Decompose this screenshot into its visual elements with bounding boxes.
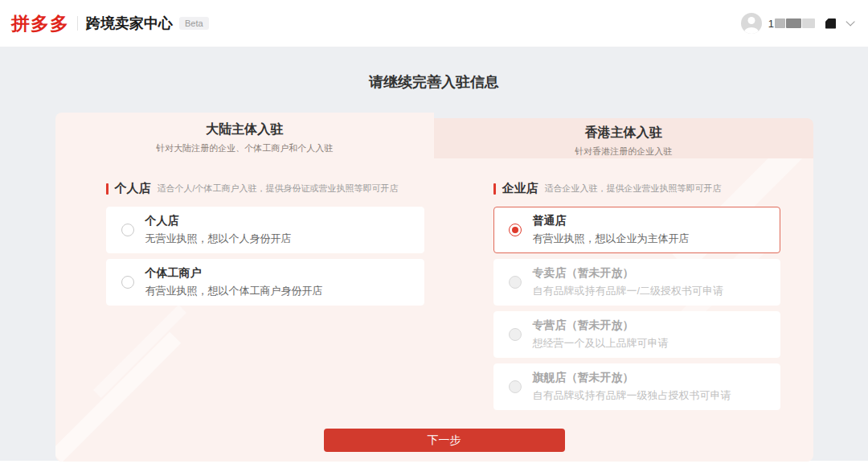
- option-ordinary-store[interactable]: 普通店 有营业执照，想以企业为主体开店: [493, 207, 780, 253]
- tab-mainland-entity[interactable]: 大陆主体入驻 针对大陆注册的企业、个体工商户和个人入驻: [55, 113, 435, 158]
- option-title: 个人店: [145, 214, 292, 228]
- option-individual-business[interactable]: 个体工商户 有营业执照，想以个体工商户身份开店: [106, 259, 424, 306]
- page-title: 请继续完善入驻信息: [0, 72, 868, 92]
- option-specialty-store: 专营店（暂未开放） 想经营一个及以上品牌可申请: [493, 311, 780, 358]
- radio-disabled-icon: [509, 276, 522, 289]
- radio-checked-icon[interactable]: [509, 224, 522, 236]
- section-description: 适合企业入驻，提供企业营业执照等即可开店: [545, 183, 722, 195]
- username-redaction-block: [786, 18, 801, 28]
- document-icon: [825, 18, 836, 29]
- next-step-button[interactable]: 下一步: [324, 429, 565, 452]
- section-title: 企业店: [502, 181, 538, 196]
- option-flagship-store: 旗舰店（暂未开放） 自有品牌或持有品牌一级独占授权书可申请: [493, 363, 780, 410]
- option-description: 想经营一个及以上品牌可申请: [533, 336, 669, 351]
- tab-description: 针对大陆注册的企业、个体工商户和个人入驻: [55, 142, 435, 154]
- option-title: 个体工商户: [145, 266, 323, 281]
- tab-label: 香港主体入驻: [434, 125, 813, 142]
- option-title: 普通店: [533, 214, 690, 228]
- option-description: 自有品牌或持有品牌一级独占授权书可申请: [533, 388, 731, 403]
- option-title: 专卖店（暂未开放）: [533, 266, 724, 281]
- option-text: 个人店 无营业执照，想以个人身份开店: [145, 214, 292, 246]
- tab-hongkong-entity[interactable]: 香港主体入驻 针对香港注册的企业入驻: [434, 118, 813, 158]
- username-redaction-block: [802, 18, 815, 28]
- section-accent-bar: [106, 183, 108, 195]
- radio-disabled-icon: [509, 380, 522, 393]
- main-area: 请继续完善入驻信息 大陆主体入驻 针对大陆注册的企业、个体工商户和个人入驻 香港…: [0, 47, 868, 461]
- radio-unchecked-icon[interactable]: [121, 276, 134, 289]
- tab-content: 个人店 适合个人/个体工商户入驻，提供身份证或营业执照等即可开店 个人店 无营业…: [55, 158, 813, 462]
- option-text: 旗舰店（暂未开放） 自有品牌或持有品牌一级独占授权书可申请: [533, 371, 731, 403]
- section-header: 个人店 适合个人/个体工商户入驻，提供身份证或营业执照等即可开店: [106, 181, 424, 196]
- tab-label: 大陆主体入驻: [55, 121, 435, 138]
- option-text: 普通店 有营业执照，想以企业为主体开店: [533, 214, 690, 246]
- top-header: 拼多多 跨境卖家中心 Beta 1: [0, 0, 868, 47]
- beta-badge: Beta: [179, 17, 209, 30]
- option-text: 专卖店（暂未开放） 自有品牌或持有品牌一/二级授权书可申请: [533, 266, 724, 298]
- pinduoduo-logo: 拼多多: [11, 11, 69, 36]
- option-description: 自有品牌或持有品牌一/二级授权书可申请: [533, 284, 724, 298]
- option-exclusive-store: 专卖店（暂未开放） 自有品牌或持有品牌一/二级授权书可申请: [493, 259, 780, 306]
- radio-unchecked-icon[interactable]: [121, 224, 134, 236]
- radio-disabled-icon: [509, 328, 522, 341]
- masked-username: 1: [768, 18, 815, 30]
- option-title: 旗舰店（暂未开放）: [533, 371, 731, 385]
- section-accent-bar: [493, 183, 496, 195]
- username-prefix: 1: [768, 18, 774, 30]
- option-text: 专营店（暂未开放） 想经营一个及以上品牌可申请: [533, 318, 669, 351]
- option-description: 有营业执照，想以企业为主体开店: [533, 232, 690, 246]
- username-redaction-block: [775, 18, 785, 28]
- option-text: 个体工商户 有营业执照，想以个体工商户身份开店: [145, 266, 323, 298]
- personal-store-section: 个人店 适合个人/个体工商户入驻，提供身份证或营业执照等即可开店 个人店 无营业…: [106, 181, 424, 416]
- section-header: 企业店 适合企业入驻，提供企业营业执照等即可开店: [493, 181, 780, 196]
- actions-row: 下一步: [106, 429, 783, 452]
- avatar-icon[interactable]: [741, 13, 762, 34]
- tab-description: 针对香港注册的企业入驻: [434, 146, 813, 158]
- onboarding-panel: 大陆主体入驻 针对大陆注册的企业、个体工商户和个人入驻 香港主体入驻 针对香港注…: [55, 113, 813, 462]
- option-personal-store[interactable]: 个人店 无营业执照，想以个人身份开店: [106, 207, 424, 253]
- section-description: 适合个人/个体工商户入驻，提供身份证或营业执照等即可开店: [158, 183, 399, 195]
- chevron-down-icon[interactable]: [845, 17, 854, 26]
- logo-divider: [77, 16, 78, 31]
- entity-tabs: 大陆主体入驻 针对大陆注册的企业、个体工商户和个人入驻 香港主体入驻 针对香港注…: [55, 113, 813, 158]
- store-type-columns: 个人店 适合个人/个体工商户入驻，提供身份证或营业执照等即可开店 个人店 无营业…: [106, 181, 783, 416]
- option-description: 无营业执照，想以个人身份开店: [145, 232, 292, 246]
- enterprise-store-section: 企业店 适合企业入驻，提供企业营业执照等即可开店 普通店 有营业执照，想以企业为…: [493, 181, 780, 416]
- option-description: 有营业执照，想以个体工商户身份开店: [145, 284, 323, 298]
- user-menu[interactable]: 1: [741, 13, 852, 34]
- option-title: 专营店（暂未开放）: [533, 318, 669, 333]
- section-title: 个人店: [115, 181, 151, 196]
- app-title: 跨境卖家中心: [86, 14, 173, 33]
